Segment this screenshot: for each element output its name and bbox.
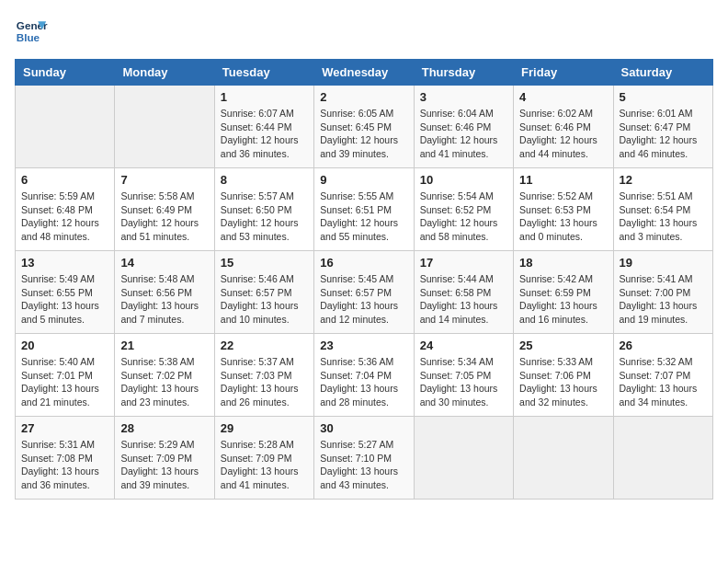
calendar-cell: 4Sunrise: 6:02 AMSunset: 6:46 PMDaylight… bbox=[514, 86, 613, 168]
calendar-cell: 17Sunrise: 5:44 AMSunset: 6:58 PMDayligh… bbox=[414, 251, 513, 334]
calendar-cell: 14Sunrise: 5:48 AMSunset: 6:56 PMDayligh… bbox=[115, 251, 214, 334]
calendar-cell bbox=[613, 417, 712, 500]
day-number: 18 bbox=[519, 256, 607, 270]
day-number: 10 bbox=[420, 173, 507, 187]
calendar-cell: 9Sunrise: 5:55 AMSunset: 6:51 PMDaylight… bbox=[314, 168, 414, 251]
weekday-header-tuesday: Tuesday bbox=[214, 60, 313, 86]
day-info: Sunrise: 5:42 AMSunset: 6:59 PMDaylight:… bbox=[519, 272, 607, 327]
day-info: Sunrise: 5:32 AMSunset: 7:07 PMDaylight:… bbox=[620, 355, 707, 409]
day-info: Sunrise: 5:28 AMSunset: 7:09 PMDaylight:… bbox=[221, 438, 308, 492]
calendar-cell: 2Sunrise: 6:05 AMSunset: 6:45 PMDaylight… bbox=[314, 86, 414, 168]
calendar-week-3: 13Sunrise: 5:49 AMSunset: 6:55 PMDayligh… bbox=[16, 251, 713, 334]
svg-text:Blue: Blue bbox=[17, 31, 40, 43]
day-number: 9 bbox=[320, 173, 407, 187]
day-info: Sunrise: 6:04 AMSunset: 6:46 PMDaylight:… bbox=[420, 107, 507, 161]
calendar-cell: 22Sunrise: 5:37 AMSunset: 7:03 PMDayligh… bbox=[214, 334, 313, 417]
day-info: Sunrise: 5:41 AMSunset: 7:00 PMDaylight:… bbox=[620, 272, 707, 327]
day-info: Sunrise: 5:40 AMSunset: 7:01 PMDaylight:… bbox=[21, 355, 108, 409]
calendar-cell: 25Sunrise: 5:33 AMSunset: 7:06 PMDayligh… bbox=[514, 334, 613, 417]
day-number: 30 bbox=[320, 421, 407, 435]
calendar-cell: 10Sunrise: 5:54 AMSunset: 6:52 PMDayligh… bbox=[414, 168, 513, 251]
calendar-cell: 30Sunrise: 5:27 AMSunset: 7:10 PMDayligh… bbox=[314, 417, 414, 500]
day-info: Sunrise: 5:59 AMSunset: 6:48 PMDaylight:… bbox=[21, 190, 108, 244]
calendar-cell bbox=[16, 86, 115, 168]
day-number: 11 bbox=[519, 173, 607, 187]
day-info: Sunrise: 5:58 AMSunset: 6:49 PMDaylight:… bbox=[120, 190, 208, 244]
weekday-header-row: SundayMondayTuesdayWednesdayThursdayFrid… bbox=[16, 60, 713, 86]
day-info: Sunrise: 5:29 AMSunset: 7:09 PMDaylight:… bbox=[120, 438, 208, 492]
weekday-header-saturday: Saturday bbox=[613, 60, 712, 86]
calendar-cell: 21Sunrise: 5:38 AMSunset: 7:02 PMDayligh… bbox=[115, 334, 214, 417]
calendar-cell: 15Sunrise: 5:46 AMSunset: 6:57 PMDayligh… bbox=[214, 251, 313, 334]
calendar-cell: 18Sunrise: 5:42 AMSunset: 6:59 PMDayligh… bbox=[514, 251, 613, 334]
calendar-body: 1Sunrise: 6:07 AMSunset: 6:44 PMDaylight… bbox=[16, 86, 713, 500]
calendar-week-2: 6Sunrise: 5:59 AMSunset: 6:48 PMDaylight… bbox=[16, 168, 713, 251]
weekday-header-wednesday: Wednesday bbox=[314, 60, 414, 86]
calendar-cell: 7Sunrise: 5:58 AMSunset: 6:49 PMDaylight… bbox=[115, 168, 214, 251]
calendar-cell bbox=[115, 86, 214, 168]
calendar-cell: 5Sunrise: 6:01 AMSunset: 6:47 PMDaylight… bbox=[613, 86, 712, 168]
logo-icon: General Blue bbox=[15, 15, 48, 48]
calendar-cell: 6Sunrise: 5:59 AMSunset: 6:48 PMDaylight… bbox=[16, 168, 115, 251]
day-number: 12 bbox=[620, 173, 707, 187]
calendar-cell: 8Sunrise: 5:57 AMSunset: 6:50 PMDaylight… bbox=[214, 168, 313, 251]
day-info: Sunrise: 5:36 AMSunset: 7:04 PMDaylight:… bbox=[320, 355, 407, 409]
day-number: 22 bbox=[221, 339, 308, 352]
weekday-header-thursday: Thursday bbox=[414, 60, 513, 86]
calendar-week-1: 1Sunrise: 6:07 AMSunset: 6:44 PMDaylight… bbox=[16, 86, 713, 168]
calendar-cell: 28Sunrise: 5:29 AMSunset: 7:09 PMDayligh… bbox=[115, 417, 214, 500]
day-number: 4 bbox=[519, 90, 607, 104]
day-info: Sunrise: 5:33 AMSunset: 7:06 PMDaylight:… bbox=[519, 355, 607, 409]
day-number: 20 bbox=[21, 339, 108, 352]
day-info: Sunrise: 5:49 AMSunset: 6:55 PMDaylight:… bbox=[21, 272, 108, 327]
calendar-week-4: 20Sunrise: 5:40 AMSunset: 7:01 PMDayligh… bbox=[16, 334, 713, 417]
calendar-cell bbox=[514, 417, 613, 500]
calendar-cell: 20Sunrise: 5:40 AMSunset: 7:01 PMDayligh… bbox=[16, 334, 115, 417]
calendar-cell: 12Sunrise: 5:51 AMSunset: 6:54 PMDayligh… bbox=[613, 168, 712, 251]
day-info: Sunrise: 5:52 AMSunset: 6:53 PMDaylight:… bbox=[519, 190, 607, 244]
calendar-cell: 29Sunrise: 5:28 AMSunset: 7:09 PMDayligh… bbox=[214, 417, 313, 500]
day-number: 2 bbox=[320, 90, 407, 104]
day-info: Sunrise: 5:34 AMSunset: 7:05 PMDaylight:… bbox=[420, 355, 507, 409]
day-number: 7 bbox=[120, 173, 208, 187]
calendar-cell: 26Sunrise: 5:32 AMSunset: 7:07 PMDayligh… bbox=[613, 334, 712, 417]
day-info: Sunrise: 5:45 AMSunset: 6:57 PMDaylight:… bbox=[320, 272, 407, 327]
calendar-cell: 19Sunrise: 5:41 AMSunset: 7:00 PMDayligh… bbox=[613, 251, 712, 334]
calendar-week-5: 27Sunrise: 5:31 AMSunset: 7:08 PMDayligh… bbox=[16, 417, 713, 500]
day-number: 3 bbox=[420, 90, 507, 104]
day-info: Sunrise: 5:31 AMSunset: 7:08 PMDaylight:… bbox=[21, 438, 108, 492]
calendar-table: SundayMondayTuesdayWednesdayThursdayFrid… bbox=[15, 59, 713, 500]
day-number: 29 bbox=[221, 421, 308, 435]
calendar-cell: 23Sunrise: 5:36 AMSunset: 7:04 PMDayligh… bbox=[314, 334, 414, 417]
day-info: Sunrise: 5:46 AMSunset: 6:57 PMDaylight:… bbox=[221, 272, 308, 327]
calendar-cell: 11Sunrise: 5:52 AMSunset: 6:53 PMDayligh… bbox=[514, 168, 613, 251]
day-number: 8 bbox=[221, 173, 308, 187]
day-number: 25 bbox=[519, 339, 607, 352]
calendar-cell: 24Sunrise: 5:34 AMSunset: 7:05 PMDayligh… bbox=[414, 334, 513, 417]
day-info: Sunrise: 5:38 AMSunset: 7:02 PMDaylight:… bbox=[120, 355, 208, 409]
calendar-cell: 27Sunrise: 5:31 AMSunset: 7:08 PMDayligh… bbox=[16, 417, 115, 500]
day-info: Sunrise: 5:44 AMSunset: 6:58 PMDaylight:… bbox=[420, 272, 507, 327]
calendar-cell bbox=[414, 417, 513, 500]
day-number: 28 bbox=[120, 421, 208, 435]
day-number: 19 bbox=[620, 256, 707, 270]
day-info: Sunrise: 6:02 AMSunset: 6:46 PMDaylight:… bbox=[519, 107, 607, 161]
day-number: 5 bbox=[620, 90, 707, 104]
day-info: Sunrise: 5:55 AMSunset: 6:51 PMDaylight:… bbox=[320, 190, 407, 244]
day-info: Sunrise: 5:51 AMSunset: 6:54 PMDaylight:… bbox=[620, 190, 707, 244]
day-number: 26 bbox=[620, 339, 707, 352]
day-info: Sunrise: 5:27 AMSunset: 7:10 PMDaylight:… bbox=[320, 438, 407, 492]
day-info: Sunrise: 6:01 AMSunset: 6:47 PMDaylight:… bbox=[620, 107, 707, 161]
calendar-header: SundayMondayTuesdayWednesdayThursdayFrid… bbox=[16, 60, 713, 86]
day-number: 27 bbox=[21, 421, 108, 435]
calendar-cell: 13Sunrise: 5:49 AMSunset: 6:55 PMDayligh… bbox=[16, 251, 115, 334]
day-number: 17 bbox=[420, 256, 507, 270]
day-info: Sunrise: 6:05 AMSunset: 6:45 PMDaylight:… bbox=[320, 107, 407, 161]
day-number: 1 bbox=[221, 90, 308, 104]
day-info: Sunrise: 6:07 AMSunset: 6:44 PMDaylight:… bbox=[221, 107, 308, 161]
day-number: 24 bbox=[420, 339, 507, 352]
day-number: 15 bbox=[221, 256, 308, 270]
header: General Blue bbox=[15, 15, 713, 48]
day-number: 21 bbox=[120, 339, 208, 352]
day-info: Sunrise: 5:54 AMSunset: 6:52 PMDaylight:… bbox=[420, 190, 507, 244]
